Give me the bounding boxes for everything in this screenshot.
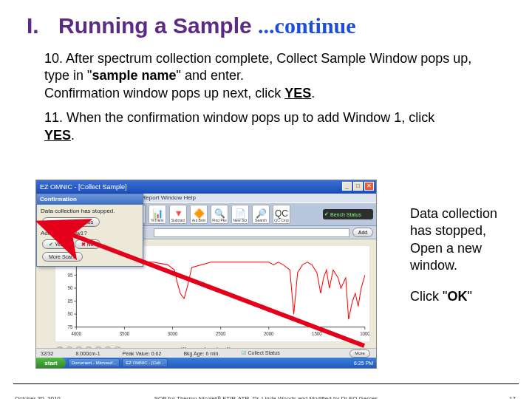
app-statusbar: 32/32 8.000cm-1 Peak Value: 0.62 Bkg Age…: [36, 348, 376, 358]
title-continue: continue: [275, 13, 356, 38]
taskbar-tile[interactable]: Document - Microsof...: [68, 358, 120, 367]
step-11: 11. When the confirmation window pops up…: [44, 109, 495, 144]
dialog-body: Data collection has stopped. View Collec…: [37, 205, 143, 266]
svg-text:95: 95: [68, 272, 73, 277]
taskbar-clock: 6:25 PM: [354, 361, 376, 366]
toolbar-subtract-button[interactable]: 🔻Subtract: [169, 205, 187, 224]
minimize-button[interactable]: _: [342, 182, 352, 191]
side-p1: Data collection has stopped, Open a new …: [410, 205, 514, 275]
toolbar-qccmp-button[interactable]: QCQC Cmp: [273, 205, 290, 224]
svg-text:1500: 1500: [312, 331, 322, 336]
status-bkg-age: Bkg Age: 6 min.: [183, 351, 219, 356]
toolbar-newscr-button[interactable]: 📄New Scr: [231, 205, 249, 224]
footer-page: 17: [509, 395, 516, 399]
status-peak: Peak Value: 0.62: [123, 351, 162, 356]
sample-name-field[interactable]: [154, 228, 349, 237]
dialog-line1: Data collection has stopped.: [41, 208, 139, 214]
status-resolution: 8.000cm-1: [76, 351, 100, 356]
toolbar-trans-button[interactable]: 📊%Trans: [149, 205, 166, 224]
svg-text:90: 90: [68, 285, 73, 290]
title-main: Running a Sample: [58, 13, 252, 38]
toolbar-findpks-button[interactable]: 🔍Find Pks: [211, 205, 228, 224]
step-10: 10. After spectrum collection complete, …: [44, 50, 495, 102]
start-button[interactable]: start: [36, 358, 66, 368]
slide: I. Running a Sample ...continue 10. Afte…: [0, 0, 532, 399]
taskbar-tile[interactable]: EZ OMNIC - [Coll...: [122, 358, 168, 367]
svg-text:1000: 1000: [360, 331, 369, 336]
toolbar-search-button[interactable]: 🔎Search: [252, 205, 270, 224]
yes-button[interactable]: ✔ Yes: [42, 239, 69, 249]
side-text: Data collection has stopped, Open a new …: [410, 205, 514, 318]
svg-text:3500: 3500: [120, 331, 130, 336]
toolbar-autbsln-button[interactable]: 🔶Aut Bsln: [190, 205, 208, 224]
no-button[interactable]: ✖ No: [75, 239, 100, 249]
more-scans-button[interactable]: More Scans: [42, 252, 83, 262]
title-roman: I.: [27, 13, 39, 38]
side-p2: Click "OK": [410, 288, 514, 305]
svg-text:85: 85: [68, 299, 73, 304]
svg-text:2000: 2000: [264, 331, 274, 336]
svg-text:2500: 2500: [216, 331, 226, 336]
svg-text:80: 80: [68, 311, 73, 316]
dialog-line2: Add to Window1?: [41, 230, 139, 236]
svg-text:4000: 4000: [72, 331, 82, 336]
more-button[interactable]: More: [349, 349, 370, 358]
footer-center: SOP for Thermo Nicolet® FTIR-ATR. Dr. Li…: [0, 395, 532, 399]
footer-rule: [13, 383, 519, 384]
title-dots: ...: [258, 13, 275, 38]
app-screenshot: EZ OMNIC - [Collect Sample] _ □ ✕ File E…: [35, 180, 377, 369]
close-button[interactable]: ✕: [364, 182, 374, 191]
add-button[interactable]: Add: [352, 228, 373, 237]
confirmation-dialog: Confirmation Data collection has stopped…: [36, 194, 143, 267]
windows-taskbar: start Document - Microsof... EZ OMNIC - …: [36, 358, 376, 368]
view-collect-status-button[interactable]: View Collect Status: [42, 217, 100, 227]
app-titlebar: EZ OMNIC - [Collect Sample] _ □ ✕: [36, 180, 376, 194]
svg-text:3000: 3000: [168, 331, 178, 336]
svg-text:75: 75: [68, 324, 73, 330]
status-collect: Collect Status: [242, 350, 279, 356]
body-text: 10. After spectrum collection complete, …: [44, 50, 495, 151]
slide-title: I. Running a Sample ...continue: [27, 13, 356, 38]
status-scans: 32/32: [41, 351, 54, 356]
dialog-title: Confirmation: [37, 194, 143, 205]
maximize-button[interactable]: □: [353, 182, 363, 191]
bench-status-badge: Bench Status: [323, 209, 373, 219]
toolbar-icons: 📈Absorb📊%Trans🔻Subtract🔶Aut Bsln🔍Find Pk…: [128, 205, 290, 224]
